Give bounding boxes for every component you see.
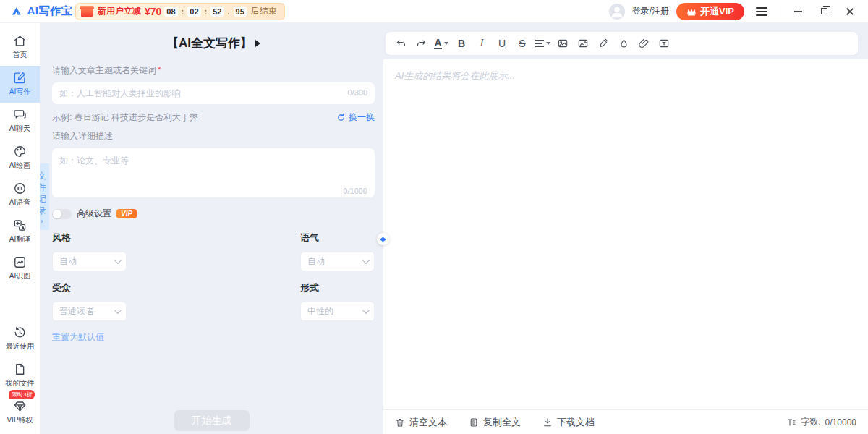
chevron-down-icon [114,257,122,264]
undo-button[interactable] [391,34,410,53]
vip-diamond-icon [13,399,27,413]
redo-button[interactable] [412,34,430,53]
titlebar: AI写作宝 新用户立减 ¥70 08 : 02 : 52 . 95 后结束 登录… [0,0,868,23]
sidebar-item-my-files[interactable]: 我的文件 [0,357,40,394]
panel-splitter-handle[interactable] [377,233,389,245]
generate-button[interactable]: 开始生成 [174,410,250,431]
audience-value: 普通读者 [59,305,94,318]
ink-drop-icon [618,38,629,49]
style-value: 自动 [59,255,77,268]
shuffle-button[interactable]: 换一换 [336,111,375,124]
logo-icon [10,5,23,18]
topic-input[interactable] [52,82,375,104]
chevron-down-icon [362,307,370,314]
restore-icon [821,8,827,14]
sidebar-item-label: 最近使用 [6,341,35,352]
sidebar-item-ai-chat[interactable]: AI聊天 [0,103,40,140]
user-icon [609,4,625,20]
sidebar-item-ai-writing[interactable]: AI写作 [0,66,40,103]
login-register-link[interactable]: 登录/注册 [632,5,669,17]
reset-defaults-link[interactable]: 重置为默认值 [52,331,375,344]
countdown-separator: : [205,7,208,16]
align-icon [535,40,544,47]
promo-suffix: 后结束 [251,5,277,17]
refresh-icon [336,113,346,122]
image-recognition-icon [13,255,27,269]
app-title: AI写作宝 [27,4,73,18]
tone-select[interactable]: 自动 [300,252,375,271]
strikethrough-button[interactable]: S [513,34,532,53]
advanced-settings-toggle[interactable] [52,209,72,219]
sidebar-item-label: 首页 [13,50,27,60]
minimize-icon [794,11,802,12]
minimize-button[interactable] [788,2,807,21]
word-count-label: 字数: [801,416,820,428]
insert-image-button[interactable] [553,34,572,53]
sidebar-item-ai-voice[interactable]: AI语音 [0,176,40,213]
font-color-button[interactable]: A [432,34,451,53]
audience-label: 受众 [52,281,127,294]
image-icon [557,38,569,49]
attach-button[interactable] [634,34,653,53]
sidebar-item-label: AI绘画 [9,161,30,171]
format-value: 中性的 [307,305,333,318]
font-color-letter: A [434,38,441,49]
caret-down-icon [444,42,448,45]
voice-icon [13,182,27,195]
word-count-value: 0/10000 [825,417,856,427]
editor-toolbar: A B I U S [386,32,858,55]
underline-button[interactable]: U [493,34,511,53]
align-button[interactable] [533,34,552,53]
countdown-separator: . [227,7,229,16]
sidebar-item-home[interactable]: 首页 [0,29,40,66]
expand-arrow-icon[interactable] [255,40,260,47]
sidebar-item-ai-translate[interactable]: AI翻译 [0,213,40,250]
vip-button-label: 开通VIP [700,5,734,18]
copy-all-button[interactable]: 复制全文 [469,416,521,429]
style-label: 风格 [52,231,127,244]
italic-button[interactable]: I [472,34,491,53]
image-edit-icon [577,38,589,49]
bold-button[interactable]: B [452,34,471,53]
style-select[interactable]: 自动 [52,252,127,271]
arrow-left-icon [380,237,383,242]
menu-icon[interactable] [756,7,767,16]
open-vip-button[interactable]: 开通VIP [676,3,744,20]
sidebar-item-ai-image-recognition[interactable]: AI识图 [0,250,40,287]
page-title: 【AI全文写作】 [166,35,252,51]
word-count-icon [786,417,796,427]
format-select[interactable]: 中性的 [300,302,375,321]
avatar[interactable] [609,4,625,20]
tone-value: 自动 [307,255,325,268]
sidebar-item-vip-privileges[interactable]: 限时3折 VIP特权 [0,394,40,431]
chevron-down-icon [362,257,370,264]
result-editor[interactable]: AI生成的结果将会在此展示... [383,59,868,409]
promo-amount: ¥70 [145,6,161,17]
restore-button[interactable] [814,2,833,21]
close-button[interactable] [841,2,859,21]
sidebar-item-ai-painting[interactable]: AI绘画 [0,140,40,176]
description-textarea[interactable] [52,148,375,197]
countdown-minutes: 02 [187,7,200,17]
insert-textbox-button[interactable] [655,34,673,53]
promo-text: 新用户立减 [98,5,141,17]
ink-button[interactable] [614,34,633,53]
audience-select[interactable]: 普通读者 [52,302,127,321]
caret-down-icon [546,42,550,45]
chevron-down-icon [114,307,122,314]
brush-icon [597,38,609,49]
paperclip-icon [638,38,650,49]
download-doc-button[interactable]: 下载文档 [542,416,595,429]
sidebar-item-recent[interactable]: 最近使用 [0,320,40,357]
format-painter-button[interactable] [594,34,613,53]
promo-banner[interactable]: 新用户立减 ¥70 08 : 02 : 52 . 95 后结束 [75,3,285,20]
redo-icon [416,38,427,49]
format-label: 形式 [300,281,375,294]
textbox-icon [658,38,670,49]
translate-icon [13,218,27,232]
clear-text-button[interactable]: 清空文本 [395,416,447,429]
topic-char-counter: 0/300 [347,88,367,97]
sidebar-item-label: AI语音 [9,197,30,208]
writing-form-panel: 【AI全文写作】 请输入文章主题或者关键词* 0/300 示例: 春日游记 科技… [40,23,383,434]
edit-image-button[interactable] [574,34,592,53]
